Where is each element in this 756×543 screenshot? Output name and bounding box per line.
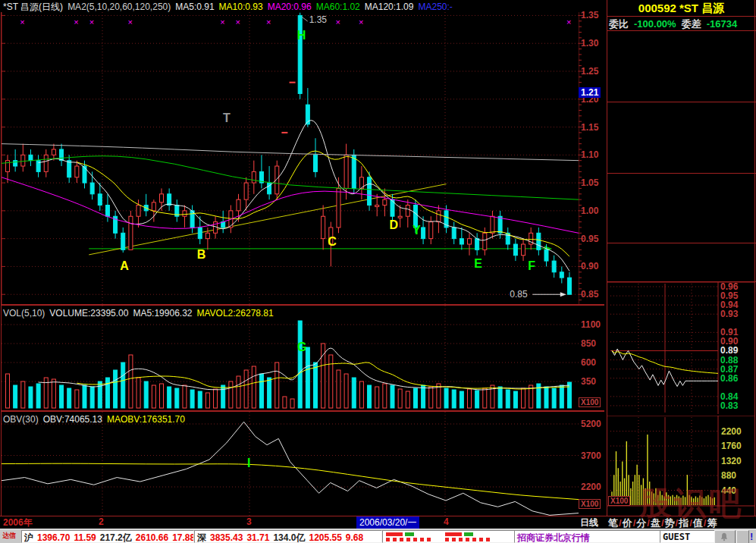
- panel-divider: [607, 173, 756, 174]
- axis-month-label: 2: [99, 516, 104, 527]
- index-quote-item: 217.2亿: [100, 532, 132, 543]
- tab-separator: /: [689, 517, 692, 529]
- volume-axis-label: 600: [581, 357, 596, 368]
- panel-divider: [607, 30, 756, 31]
- bell-icon: [719, 532, 729, 542]
- tab-separator: /: [633, 517, 636, 529]
- panel-divider: [607, 102, 756, 102]
- spacer-button[interactable]: [736, 530, 749, 543]
- price-axis-label: 0.85: [581, 289, 598, 300]
- index-quote-item: 1205.55: [309, 532, 341, 543]
- obv-axis-label: 5200: [581, 419, 601, 429]
- vol-legend-item: VOL(5,10): [3, 308, 45, 319]
- vol-legend-item: MA5:19906.32: [133, 308, 192, 319]
- ma-legend-item: *ST 昌源(日线): [3, 2, 63, 12]
- period-label: 日线: [580, 516, 598, 529]
- weibi-value: -100.00%: [634, 18, 676, 30]
- index-quote-item: 1396.70: [37, 532, 70, 543]
- vol-legend-item: VOLUME:23395.00: [49, 308, 128, 319]
- cursor-date-tag: 2006/03/20/一: [356, 516, 419, 529]
- price-axis-label: 1.30: [581, 38, 598, 49]
- price-axis-label: 1.25: [581, 66, 598, 77]
- price-axis-label: 1.00: [581, 206, 598, 216]
- index-quote-item: 11.59: [74, 532, 96, 543]
- price-axis-label: 0.95: [581, 234, 598, 244]
- obv-legend-item: OBV(30): [3, 414, 39, 425]
- price-axis-label: 1.35: [581, 10, 598, 20]
- date-axis: 2006年 2 3 2006/03/20/一 4 日线 笔/价/分/盘/势/指/…: [0, 516, 756, 529]
- obv-scale-unit: X100: [579, 499, 601, 509]
- alert-exclamation-icon: !: [750, 531, 753, 542]
- stock-title: 000592 *ST 昌源: [607, 2, 756, 16]
- ma-legend-item: MA2(5,10,20,60,120,250): [67, 2, 171, 12]
- obv-legend-item: OBV:74065.13: [43, 414, 102, 425]
- ma-legend-item: MA120:1.09: [365, 2, 414, 12]
- username-field: GUEST: [660, 530, 716, 543]
- index-quote-item: 17.88: [172, 532, 194, 543]
- status-bar: 达信 沪1396.7011.59217.2亿2610.6617.88 深3835…: [0, 529, 756, 543]
- ma-legend-item: MA10:0.93: [219, 2, 263, 12]
- tab-价[interactable]: 价: [623, 517, 632, 529]
- axis-month-label: 4: [444, 516, 449, 527]
- index-quote-item: 134.0亿: [273, 532, 305, 543]
- chart-left-border: [1, 12, 2, 516]
- axis-year-label: 2006年: [3, 516, 33, 529]
- svg-text:0.85: 0.85: [510, 289, 528, 300]
- tab-分[interactable]: 分: [636, 517, 646, 529]
- volume-axis-label: 850: [581, 338, 596, 349]
- intraday-volume-chart[interactable]: [607, 416, 755, 507]
- obv-header: OBV(30)OBV:74065.13MAOBV:176351.70: [3, 414, 190, 425]
- index-quote-item: 3835.43: [210, 532, 243, 543]
- ma-legend-item: MA60:1.02: [316, 2, 360, 12]
- tab-separator: /: [704, 517, 707, 529]
- tab-separator: /: [647, 517, 650, 529]
- tab-separator: /: [619, 517, 622, 529]
- volume-scale-unit: X100: [579, 397, 601, 407]
- alert-bell-button[interactable]: [714, 530, 736, 543]
- panel-divider: [607, 243, 756, 243]
- weibi-label: 委比: [609, 18, 629, 30]
- index-quote-item: 沪: [24, 532, 33, 543]
- obv-axis-label: 2200: [581, 482, 601, 492]
- price-axis-label: 1.15: [581, 122, 598, 133]
- volume-chart[interactable]: [2, 306, 579, 410]
- app-logo-icon: 达信: [2, 531, 19, 542]
- obv-chart[interactable]: [2, 412, 579, 516]
- obv-axis-label: 3700: [581, 450, 601, 461]
- ma-legend-item: MA5:0.91: [175, 2, 214, 12]
- ma-legend-item: MA250:-: [418, 2, 452, 12]
- candlestick-chart[interactable]: 1.350.85: [2, 12, 579, 305]
- tab-笔[interactable]: 笔: [608, 517, 618, 529]
- svg-text:1.35: 1.35: [309, 14, 328, 25]
- obv-legend-item: MAOBV:176351.70: [107, 414, 185, 425]
- index-quote-item: 深: [197, 532, 206, 543]
- tab-separator: /: [676, 517, 679, 529]
- broker-field: 招商证券北京行情: [514, 530, 661, 543]
- price-axis-label: 1.10: [581, 149, 598, 160]
- volume-axis-label: 1100: [581, 319, 601, 330]
- intraday-chart[interactable]: [607, 282, 755, 414]
- weicha-label: 委差: [682, 18, 701, 30]
- axis-month-label: 3: [246, 516, 252, 527]
- index-quote-item: 31.71: [246, 532, 269, 543]
- weicha-value: -16734: [707, 18, 737, 30]
- tab-指[interactable]: 指: [679, 517, 689, 529]
- volume-axis-label: 350: [581, 376, 596, 387]
- shenzhen-index-field: 深3835.4331.71134.0亿1205.559.68: [194, 530, 382, 543]
- tab-值[interactable]: 值: [693, 517, 703, 529]
- app-window: *ST 昌源(日线)MA2(5,10,20,60,120,250)MA5:0.9…: [0, 0, 756, 543]
- ma-legend-item: MA20:0.96: [268, 2, 312, 12]
- tab-盘[interactable]: 盘: [651, 517, 660, 529]
- tab-势[interactable]: 势: [665, 517, 675, 529]
- tab-筹[interactable]: 筹: [707, 517, 717, 529]
- price-tag: 1.21: [579, 87, 601, 98]
- price-axis-label: 0.90: [581, 261, 598, 272]
- tab-separator: /: [661, 517, 664, 529]
- panel-divider: [607, 16, 756, 17]
- index-quote-item: 9.68: [346, 532, 363, 543]
- vol-legend-item: MAVOL2:26278.81: [196, 308, 273, 319]
- price-axis-label: 1.05: [581, 177, 598, 188]
- signal-blocks-icon: [384, 532, 506, 541]
- index-quote-item: 2610.66: [136, 532, 168, 543]
- weibi-row: 委比-100.00%委差-16734: [609, 17, 754, 31]
